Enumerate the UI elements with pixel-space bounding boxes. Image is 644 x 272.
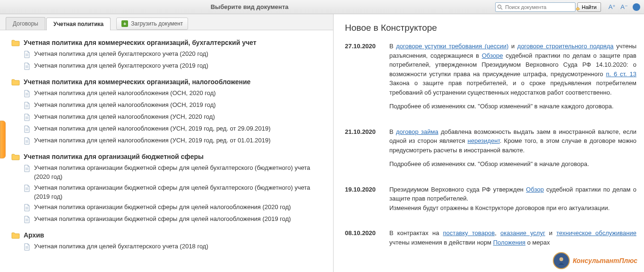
brand-text: КонсультантПлюс xyxy=(573,257,637,264)
tree-document[interactable]: Учетная политика для целей налогообложен… xyxy=(24,89,327,99)
tab-contracts[interactable]: Договоры xyxy=(6,17,45,30)
folder-icon xyxy=(11,232,20,240)
search-icon xyxy=(497,4,503,10)
news-date: 27.10.2020 xyxy=(345,42,381,116)
document-label: Учетная политика для целей налогообложен… xyxy=(34,89,216,98)
news-list: 27.10.2020В договоре уступки требования … xyxy=(345,42,636,252)
svg-line-1 xyxy=(501,8,502,9)
folder-label: Учетная политика для коммерческих органи… xyxy=(24,78,250,86)
news-text: В договор займа добавлена возможность вы… xyxy=(389,127,636,155)
document-icon xyxy=(24,51,30,60)
brand-logo: КонсультантПлюс xyxy=(553,252,637,269)
document-icon xyxy=(24,137,30,146)
side-handle[interactable] xyxy=(0,121,6,158)
help-icon[interactable]: ? xyxy=(633,3,640,11)
document-icon xyxy=(24,184,30,193)
news-body: Президиумом Верховного суда РФ утвержден… xyxy=(389,185,636,218)
news-item: 19.10.2020Президиумом Верховного суда РФ… xyxy=(345,185,636,218)
search-area: Найти A⁺ A⁻ ? xyxy=(495,2,640,12)
page-title: Выберите вид документа xyxy=(4,3,495,10)
news-date: 08.10.2020 xyxy=(345,228,381,252)
news-body: В договоре уступки требования (цессии) и… xyxy=(389,42,636,116)
document-label: Учетная политика организации бюджетной с… xyxy=(34,164,327,182)
upload-document-button[interactable]: + Загрузить документ xyxy=(116,18,188,30)
news-item: 21.10.2020В договор займа добавлена возм… xyxy=(345,127,636,174)
right-panel: Новое в Конструкторе 27.10.2020В договор… xyxy=(334,14,644,272)
document-icon xyxy=(24,243,30,252)
font-increase-icon[interactable]: A⁺ xyxy=(609,3,616,10)
news-body: В контрактах на поставку товаров, оказан… xyxy=(389,228,636,252)
document-icon xyxy=(24,114,30,123)
tree-document[interactable]: Учетная политика для целей налогообложен… xyxy=(24,113,327,123)
news-footer: Подробнее об изменениях см. "Обзор измен… xyxy=(389,102,636,111)
document-label: Учетная политика для целей бухгалтерског… xyxy=(34,242,208,251)
news-text: Президиумом Верховного суда РФ утвержден… xyxy=(389,185,636,213)
tree-document[interactable]: Учетная политика организации бюджетной с… xyxy=(24,215,327,225)
search-box[interactable] xyxy=(495,2,575,12)
document-label: Учетная политика для целей налогообложен… xyxy=(34,113,215,122)
document-icon xyxy=(24,102,30,111)
tree-folder[interactable]: Учетная политика для организаций бюджетн… xyxy=(11,153,327,162)
svg-point-0 xyxy=(498,5,501,8)
news-text: В договоре уступки требования (цессии) и… xyxy=(389,42,636,97)
news-item: 08.10.2020В контрактах на поставку товар… xyxy=(345,228,636,252)
tree-document[interactable]: Учетная политика для целей налогообложен… xyxy=(24,136,327,146)
document-label: Учетная политика для целей налогообложен… xyxy=(34,136,271,145)
document-icon xyxy=(24,125,30,134)
tab-accounting-policy[interactable]: Учетная политика xyxy=(46,18,111,30)
folder-label: Учетная политика для организаций бюджетн… xyxy=(24,153,204,160)
tree-document[interactable]: Учетная политика для целей налогообложен… xyxy=(24,101,327,111)
document-label: Учетная политика организации бюджетной с… xyxy=(34,203,291,212)
document-label: Учетная политика организации бюджетной с… xyxy=(34,215,291,224)
document-label: Учетная политика организации бюджетной с… xyxy=(34,184,327,202)
document-icon xyxy=(24,165,30,174)
news-date: 21.10.2020 xyxy=(345,127,381,174)
news-title: Новое в Конструкторе xyxy=(345,23,636,33)
folder-icon xyxy=(11,153,20,162)
document-tree: Учетная политика для коммерческих органи… xyxy=(0,30,333,262)
document-icon xyxy=(24,62,30,71)
folder-icon xyxy=(11,79,20,87)
svg-point-38 xyxy=(559,257,563,261)
tree-document[interactable]: Учетная политика для целей налогообложен… xyxy=(24,124,327,134)
top-icons: A⁺ A⁻ ? xyxy=(609,3,640,11)
tree-document[interactable]: Учетная политика организации бюджетной с… xyxy=(24,164,327,182)
news-text: В контрактах на поставку товаров, оказан… xyxy=(389,228,636,247)
tree-document[interactable]: Учетная политика организации бюджетной с… xyxy=(24,184,327,202)
font-decrease-icon[interactable]: A⁻ xyxy=(620,3,628,10)
tree-document[interactable]: Учетная политика для целей бухгалтерског… xyxy=(24,242,327,252)
tree-document[interactable]: Учетная политика для целей бухгалтерског… xyxy=(24,61,327,71)
document-label: Учетная политика для целей бухгалтерског… xyxy=(34,50,208,59)
news-item: 27.10.2020В договоре уступки требования … xyxy=(345,42,636,116)
plus-icon: + xyxy=(121,20,128,27)
document-label: Учетная политика для целей налогообложен… xyxy=(34,101,216,110)
news-footer: Подробнее об изменениях см. "Обзор измен… xyxy=(389,159,636,169)
news-date: 19.10.2020 xyxy=(345,185,381,218)
document-icon xyxy=(24,216,30,225)
tabs-bar: Договоры Учетная политика + Загрузить до… xyxy=(0,14,333,30)
tree-folder[interactable]: Учетная политика для коммерческих органи… xyxy=(11,39,327,48)
document-label: Учетная политика для целей налогообложен… xyxy=(34,124,271,133)
search-input[interactable] xyxy=(504,4,566,10)
left-panel: Договоры Учетная политика + Загрузить до… xyxy=(0,14,334,272)
top-toolbar: Выберите вид документа Найти A⁺ A⁻ ? xyxy=(0,0,644,14)
upload-label: Загрузить документ xyxy=(131,20,183,27)
tree-document[interactable]: Учетная политика для целей бухгалтерског… xyxy=(24,50,327,60)
document-icon xyxy=(24,204,30,213)
document-icon xyxy=(24,90,30,99)
tree-folder[interactable]: Учетная политика для коммерческих органи… xyxy=(11,78,327,87)
folder-label: Учетная политика для коммерческих органи… xyxy=(24,39,257,46)
folder-icon xyxy=(11,39,20,48)
document-label: Учетная политика для целей бухгалтерског… xyxy=(34,61,208,70)
tree-folder[interactable]: Архив xyxy=(11,231,327,240)
find-button[interactable]: Найти xyxy=(577,2,601,12)
tree-document[interactable]: Учетная политика организации бюджетной с… xyxy=(24,203,327,213)
folder-label: Архив xyxy=(24,231,44,239)
brand-icon xyxy=(553,252,570,269)
news-body: В договор займа добавлена возможность вы… xyxy=(389,127,636,174)
